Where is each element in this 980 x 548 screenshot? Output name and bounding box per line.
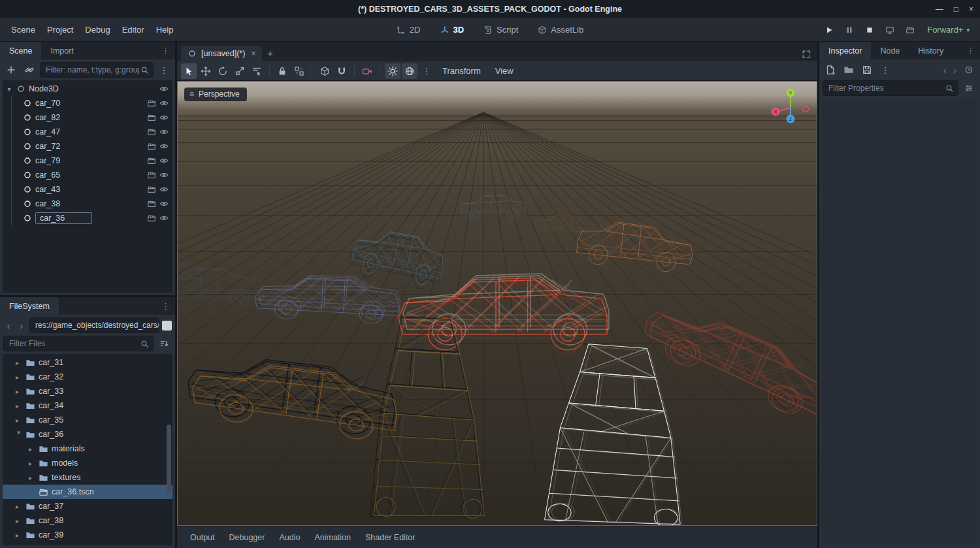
override-camera-button[interactable] <box>359 63 375 79</box>
preview-environment-button[interactable] <box>402 63 417 79</box>
preview-sun-button[interactable] <box>385 63 400 79</box>
bottom-panel-tab[interactable]: Output <box>184 530 221 545</box>
visibility-eye-icon[interactable] <box>159 99 169 108</box>
snap-toggle-button[interactable] <box>334 63 350 79</box>
load-resource-button[interactable] <box>841 62 857 78</box>
menu-item[interactable]: Project <box>41 22 79 38</box>
scene-tree-node[interactable]: car_65 <box>3 168 172 182</box>
expand-arrow-icon[interactable]: ▸ <box>16 388 22 395</box>
scene-tab[interactable]: [unsaved](*) × <box>181 46 262 61</box>
menu-item[interactable]: Debug <box>79 22 116 38</box>
bottom-panel-tab[interactable]: Animation <box>308 530 357 545</box>
filesystem-item[interactable]: ▸ car_31 <box>3 355 172 370</box>
visibility-eye-icon[interactable] <box>159 127 169 137</box>
property-options-button[interactable] <box>961 80 977 96</box>
open-instanced-scene-icon[interactable] <box>147 113 156 122</box>
scene-tree-node[interactable]: car_82 <box>3 110 172 125</box>
filesystem-item[interactable]: ▸ car_34 <box>3 398 172 413</box>
resource-menu-icon[interactable]: ⋮ <box>877 62 893 78</box>
visibility-eye-icon[interactable] <box>159 113 169 122</box>
new-scene-tab-button[interactable]: + <box>262 45 278 61</box>
filesystem-item[interactable]: ▸ textures <box>3 470 172 485</box>
toggle-split-mode-icon[interactable] <box>162 321 172 330</box>
movie-maker-button[interactable] <box>902 22 918 38</box>
file-sort-button[interactable] <box>156 336 172 351</box>
menu-item[interactable]: Help <box>150 22 180 38</box>
history-back-icon[interactable]: ‹ <box>941 65 949 76</box>
expand-arrow-icon[interactable]: ▸ <box>16 359 22 366</box>
collapse-arrow-icon[interactable]: ▾ <box>5 86 13 93</box>
bottom-panel-tab[interactable]: Audio <box>272 530 306 545</box>
stop-button[interactable] <box>861 22 877 38</box>
expand-arrow-icon[interactable]: ▸ <box>16 431 23 438</box>
expand-arrow-icon[interactable]: ▸ <box>29 474 35 481</box>
workspace-assetlib[interactable]: AssetLib <box>531 22 590 37</box>
dock-menu-icon[interactable]: ⋮ <box>961 42 980 59</box>
perspective-menu[interactable]: ≡ Perspective <box>184 88 247 101</box>
expand-arrow-icon[interactable]: ▸ <box>16 374 22 381</box>
filesystem-item[interactable]: ▸ car_36 <box>3 427 172 442</box>
close-tab-icon[interactable]: × <box>251 49 255 58</box>
property-filter[interactable] <box>823 80 958 96</box>
sun-environment-menu-icon[interactable]: ⋮ <box>419 63 434 79</box>
select-tool-button[interactable] <box>181 63 197 79</box>
view-menu[interactable]: View <box>489 63 520 78</box>
visibility-eye-icon[interactable] <box>159 185 169 194</box>
scene-tree-root[interactable]: ▾ Node3D <box>3 82 172 96</box>
file-filter-input[interactable] <box>8 338 140 349</box>
dock-menu-icon[interactable]: ⋮ <box>156 42 175 59</box>
file-filter[interactable] <box>3 336 154 351</box>
tab-node[interactable]: Node <box>871 42 909 59</box>
visibility-eye-icon[interactable] <box>159 156 169 165</box>
open-instanced-scene-icon[interactable] <box>147 214 156 223</box>
expand-arrow-icon[interactable]: ▸ <box>16 402 22 410</box>
renderer-select[interactable]: Forward+▾ <box>922 24 975 36</box>
play-button[interactable] <box>821 22 837 38</box>
open-instanced-scene-icon[interactable] <box>147 156 156 165</box>
group-nodes-button[interactable] <box>291 63 307 79</box>
local-space-button[interactable] <box>317 63 333 79</box>
rotate-tool-button[interactable] <box>215 63 231 79</box>
scene-tree-node[interactable]: car_36 <box>3 211 172 225</box>
pause-button[interactable] <box>841 22 857 38</box>
menu-item[interactable]: Editor <box>116 22 150 38</box>
visibility-eye-icon[interactable] <box>159 142 169 151</box>
scene-tree-node[interactable]: car_79 <box>3 153 172 168</box>
minimize-button[interactable]: — <box>936 5 943 14</box>
3d-viewport[interactable]: ≡ Perspective Y X Z <box>177 81 817 526</box>
open-instanced-scene-icon[interactable] <box>147 199 156 208</box>
workspace-2d[interactable]: 2D <box>390 22 427 37</box>
visibility-eye-icon[interactable] <box>159 170 169 180</box>
scene-tree-node[interactable]: car_43 <box>3 182 172 197</box>
edit-history-button[interactable] <box>961 62 977 78</box>
filesystem-item[interactable]: ▸ materials <box>3 442 172 456</box>
bottom-panel-tab[interactable]: Shader Editor <box>359 530 421 545</box>
open-instanced-scene-icon[interactable] <box>147 127 156 137</box>
filesystem-item[interactable]: ▸ car_32 <box>3 370 172 384</box>
expand-arrow-icon[interactable]: ▸ <box>16 503 22 510</box>
maximize-button[interactable]: □ <box>954 5 958 14</box>
nav-back-icon[interactable]: ‹ <box>3 320 14 331</box>
filesystem-item[interactable]: ▸ car_39 <box>3 528 172 542</box>
scene-filter[interactable] <box>40 62 154 78</box>
add-node-button[interactable] <box>3 62 19 78</box>
expand-arrow-icon[interactable]: ▸ <box>29 460 35 467</box>
filesystem-item[interactable]: ▸ models <box>3 456 172 470</box>
dock-menu-icon[interactable]: ⋮ <box>156 297 175 315</box>
breadcrumb[interactable]: res://game_objects/destroyed_cars/ <box>29 317 159 333</box>
view-axis-gizmo[interactable]: Y X Z <box>762 84 814 131</box>
menu-item[interactable]: Scene <box>5 22 41 38</box>
expand-arrow-icon[interactable]: ▸ <box>16 417 22 424</box>
distraction-free-icon[interactable] <box>802 50 811 59</box>
property-filter-input[interactable] <box>827 83 945 93</box>
open-instanced-scene-icon[interactable] <box>147 99 156 108</box>
tab-inspector[interactable]: Inspector <box>819 42 871 59</box>
tab-import[interactable]: Import <box>41 42 82 59</box>
nav-forward-icon[interactable]: › <box>16 320 27 331</box>
move-tool-button[interactable] <box>198 63 214 79</box>
filesystem-item[interactable]: ▸ car_37 <box>3 499 172 513</box>
save-resource-button[interactable] <box>859 62 875 78</box>
tab-history[interactable]: History <box>909 42 953 59</box>
filesystem-item[interactable]: ▸ car_40 <box>3 542 172 545</box>
close-button[interactable]: × <box>969 5 973 14</box>
